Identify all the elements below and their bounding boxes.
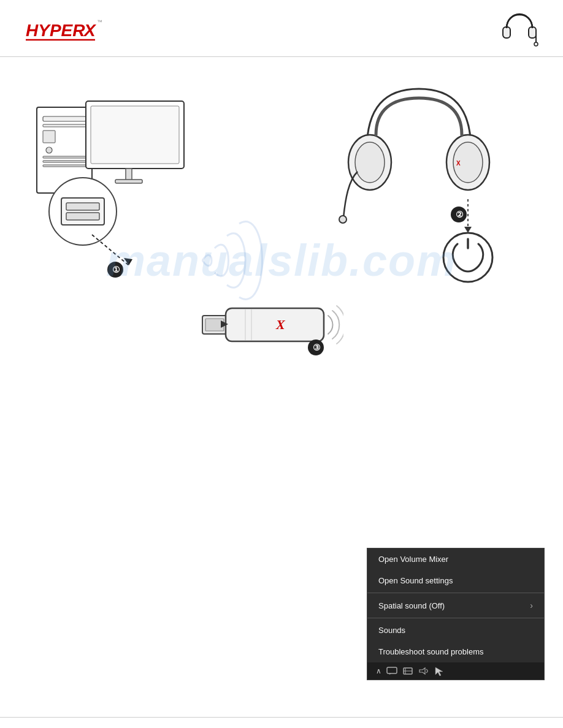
svg-text:X: X (275, 317, 286, 332)
menu-separator (367, 593, 544, 593)
svg-rect-14 (43, 161, 86, 162)
taskbar-chevron-icon: ∧ (376, 667, 381, 675)
svg-text:①: ① (112, 265, 120, 275)
svg-point-32 (339, 216, 347, 223)
svg-line-24 (92, 235, 129, 265)
svg-rect-19 (115, 180, 142, 183)
svg-text:X: X (83, 21, 97, 40)
main-content: ① X (0, 52, 563, 717)
svg-rect-23 (66, 213, 99, 220)
taskbar-chat-icon (386, 667, 397, 675)
svg-rect-21 (61, 198, 104, 225)
svg-marker-25 (124, 258, 132, 265)
svg-marker-53 (419, 668, 425, 674)
headset-illustration: X ② (336, 77, 502, 273)
brand-logo: HYPER X ™ (25, 15, 110, 45)
svg-rect-4 (503, 27, 510, 38)
svg-rect-15 (43, 165, 86, 167)
context-menu: Open Volume Mixer Open Sound settings Sp… (367, 548, 545, 680)
svg-rect-17 (91, 106, 179, 164)
taskbar-network-icon (402, 667, 413, 675)
svg-point-7 (534, 42, 538, 46)
menu-item-troubleshoot[interactable]: Troubleshoot sound problems (367, 641, 544, 662)
header: HYPER X ™ (0, 0, 563, 57)
menu-item-label: Troubleshoot sound problems (378, 647, 484, 656)
menu-item-spatial-sound[interactable]: Spatial sound (Off) › (367, 594, 544, 616)
svg-rect-9 (43, 116, 86, 121)
svg-rect-48 (387, 667, 397, 673)
illustration-area: ① X (25, 70, 538, 450)
submenu-arrow-icon: › (530, 601, 533, 610)
cursor-icon (434, 666, 444, 676)
svg-rect-18 (126, 169, 132, 181)
svg-rect-13 (43, 156, 86, 158)
svg-text:③: ③ (313, 343, 321, 352)
hyperx-logo-svg: HYPER X ™ (25, 15, 110, 43)
svg-point-12 (46, 147, 52, 153)
taskbar-volume-icon (418, 667, 429, 675)
svg-marker-54 (435, 667, 443, 676)
menu-item-label: Open Sound settings (378, 576, 453, 585)
svg-rect-22 (66, 203, 99, 210)
svg-point-29 (355, 142, 385, 183)
menu-item-label: Sounds (378, 626, 405, 635)
headset-icon-header (500, 11, 538, 49)
menu-item-label: Spatial sound (Off) (378, 601, 445, 610)
svg-text:②: ② (456, 210, 464, 219)
footer (0, 717, 563, 728)
svg-rect-5 (529, 27, 536, 38)
menu-item-sound-settings[interactable]: Open Sound settings (367, 570, 544, 591)
menu-item-label: Open Volume Mixer (378, 555, 448, 564)
svg-rect-11 (43, 131, 55, 143)
menu-item-volume-mixer[interactable]: Open Volume Mixer (367, 548, 544, 570)
svg-text:X: X (456, 160, 461, 167)
menu-item-sounds[interactable]: Sounds (367, 620, 544, 641)
large-sound-waves (184, 205, 307, 318)
menu-separator (367, 618, 544, 618)
svg-text:™: ™ (97, 19, 102, 25)
svg-text:HYPER: HYPER (26, 21, 85, 40)
taskbar-strip: ∧ (367, 662, 544, 680)
svg-rect-10 (43, 124, 86, 127)
